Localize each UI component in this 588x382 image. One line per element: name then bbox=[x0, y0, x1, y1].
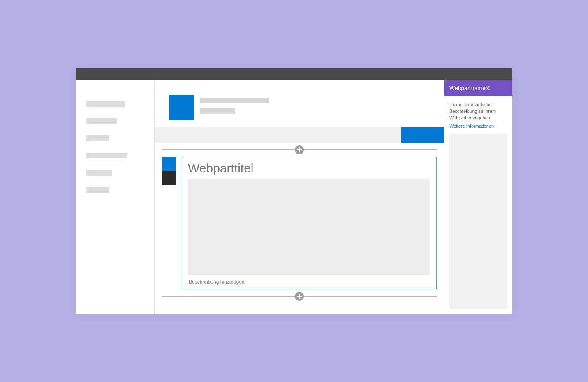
webpart-handle bbox=[162, 157, 176, 185]
nav-item[interactable] bbox=[86, 101, 125, 107]
move-webpart-button[interactable] bbox=[162, 171, 176, 185]
webpart-description-input[interactable]: Beschreibung hinzufügen bbox=[188, 275, 430, 287]
site-subtitle-placeholder bbox=[200, 108, 235, 114]
property-pane-title: Webpartname bbox=[449, 85, 486, 91]
webpart[interactable]: Webparttitel Beschreibung hinzufügen bbox=[181, 157, 437, 289]
primary-action-button[interactable] bbox=[401, 127, 444, 143]
webpart-title-input[interactable]: Webparttitel bbox=[188, 161, 430, 175]
header-text-placeholder bbox=[200, 95, 269, 114]
command-bar-spacer bbox=[155, 127, 401, 143]
nav-item[interactable] bbox=[86, 153, 127, 158]
nav-item[interactable] bbox=[86, 170, 112, 176]
property-pane-fields bbox=[444, 134, 512, 314]
learn-more-link[interactable]: Weitere Informationen bbox=[449, 123, 507, 130]
property-pane-description: Hier ist eine einfache Beschreibung zu I… bbox=[449, 102, 496, 120]
nav-item[interactable] bbox=[86, 135, 109, 141]
left-nav bbox=[76, 80, 155, 314]
plus-icon bbox=[297, 294, 302, 299]
title-bar bbox=[76, 68, 512, 80]
plus-icon bbox=[297, 147, 302, 152]
property-fields-placeholder bbox=[449, 134, 507, 309]
section-divider-top bbox=[162, 143, 437, 157]
section-divider-bottom bbox=[162, 289, 437, 303]
page-header bbox=[155, 80, 444, 127]
canvas: Webparttitel Beschreibung hinzufügen bbox=[155, 143, 444, 314]
app-window: Webparttitel Beschreibung hinzufügen Web… bbox=[76, 68, 512, 314]
edit-webpart-button[interactable] bbox=[162, 157, 176, 171]
app-body: Webparttitel Beschreibung hinzufügen Web… bbox=[76, 80, 512, 314]
close-pane-button[interactable] bbox=[486, 86, 508, 90]
nav-item[interactable] bbox=[86, 187, 109, 193]
close-icon bbox=[486, 86, 490, 90]
nav-item[interactable] bbox=[86, 118, 117, 124]
site-logo bbox=[169, 95, 194, 120]
add-section-button[interactable] bbox=[295, 145, 304, 154]
main-canvas: Webparttitel Beschreibung hinzufügen bbox=[155, 80, 444, 314]
property-pane: Webpartname Hier ist eine einfache Besch… bbox=[444, 80, 512, 314]
property-pane-body: Hier ist eine einfache Beschreibung zu I… bbox=[444, 96, 512, 134]
webpart-content-placeholder[interactable] bbox=[188, 179, 430, 275]
webpart-row: Webparttitel Beschreibung hinzufügen bbox=[162, 157, 437, 289]
command-bar bbox=[155, 127, 444, 143]
add-section-button[interactable] bbox=[295, 292, 304, 301]
property-pane-header: Webpartname bbox=[444, 80, 512, 96]
site-title-placeholder bbox=[200, 98, 269, 103]
